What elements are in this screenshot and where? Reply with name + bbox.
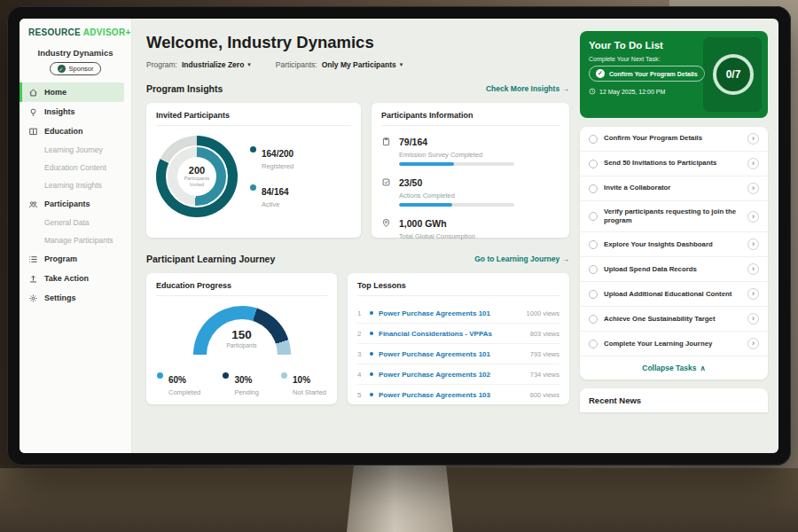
sponsor-badge[interactable]: ✓ Sponsor xyxy=(50,62,102,75)
task-checkbox[interactable] xyxy=(589,184,598,193)
lesson-row: 4 Power Purchase Agreements 102 734views xyxy=(357,364,559,385)
sidebar-item-label: Settings xyxy=(44,293,76,302)
task-row-verify-participants[interactable]: Verify participants requesting to join t… xyxy=(580,201,768,232)
task-checkbox[interactable] xyxy=(589,212,598,221)
sidebar-item-label: Insights xyxy=(44,107,75,116)
legend-dot xyxy=(250,146,256,153)
todo-progress-ring: 0/7 xyxy=(713,54,754,95)
task-label: Complete Your Learning Journey xyxy=(604,340,741,348)
gauge-center-value: 150 xyxy=(193,328,291,341)
sidebar: RESOURCE ADVISOR+ Industry Dynamics ✓ Sp… xyxy=(20,19,132,453)
lesson-row: 5 Power Purchase Agreements 103 600views xyxy=(357,385,559,404)
program-dropdown-value: Industrialize Zero xyxy=(182,60,244,69)
lesson-rank: 4 xyxy=(357,371,364,379)
chevron-right-icon[interactable]: › xyxy=(747,263,759,275)
chevron-right-icon[interactable]: › xyxy=(747,211,759,223)
go-to-learning-journey-link[interactable]: Go to Learning Journey → xyxy=(474,254,569,263)
task-checkbox[interactable] xyxy=(589,340,598,348)
lesson-bullet-icon xyxy=(370,332,373,335)
task-row-upload-spend-data[interactable]: Upload Spend Data Records › xyxy=(580,257,768,282)
stat-label: Actions Completed xyxy=(399,192,514,200)
gauge-center-label: Participants xyxy=(193,342,291,348)
sidebar-item-home[interactable]: Home xyxy=(20,82,124,102)
chevron-up-icon: ∧ xyxy=(700,364,706,372)
chevron-right-icon[interactable]: › xyxy=(747,288,759,300)
legend-item-completed: 60% Completed xyxy=(157,371,200,396)
stat-emission-survey: 79/164 Emission Survey Completed xyxy=(381,133,559,166)
monitor-bezel: RESOURCE ADVISOR+ Industry Dynamics ✓ Sp… xyxy=(7,6,791,466)
lesson-link[interactable]: Power Purchase Agreements 101 xyxy=(379,350,523,358)
sidebar-item-settings[interactable]: Settings xyxy=(20,288,131,308)
lesson-link[interactable]: Power Purchase Agreements 101 xyxy=(379,309,520,317)
collapse-tasks-button[interactable]: Collapse Tasks ∧ xyxy=(580,356,768,379)
chevron-right-icon[interactable]: › xyxy=(747,313,759,325)
sidebar-item-general-data[interactable]: General Data xyxy=(20,214,131,231)
sidebar-item-label: Take Action xyxy=(44,274,89,283)
lesson-views-label: views xyxy=(543,371,559,379)
gauge-center: 150 Participants xyxy=(193,328,291,348)
sponsor-badge-label: Sponsor xyxy=(69,65,94,73)
donut-center-value: 200 xyxy=(189,165,205,176)
task-row-complete-learning-journey[interactable]: Complete Your Learning Journey › xyxy=(580,332,768,356)
book-icon xyxy=(28,127,38,137)
task-checkbox[interactable] xyxy=(589,290,598,299)
sidebar-item-education[interactable]: Education xyxy=(20,121,131,141)
stat-label: Total Global Consumption xyxy=(399,232,475,240)
legend-label: Completed xyxy=(168,388,200,396)
sidebar-item-manage-participants[interactable]: Manage Participants xyxy=(20,231,131,249)
next-task-pill[interactable]: ✓ Confirm Your Program Details xyxy=(589,66,705,82)
sidebar-item-participants[interactable]: Participants xyxy=(20,194,131,214)
legend-item-active: 84/164 Active xyxy=(250,183,293,208)
sidebar-item-learning-journey[interactable]: Learning Journey xyxy=(20,141,131,159)
todo-task-list: Confirm Your Program Details › Send 50 I… xyxy=(580,127,768,379)
chevron-right-icon[interactable]: › xyxy=(747,338,759,349)
sidebar-item-program[interactable]: Program xyxy=(20,249,131,269)
participants-dropdown[interactable]: Participants: Only My Participants ▾ xyxy=(276,60,403,69)
legend-dot xyxy=(250,184,256,191)
task-row-invite-collaborator[interactable]: Invite a Collaborator › xyxy=(580,176,768,201)
sidebar-item-take-action[interactable]: Take Action xyxy=(20,269,131,288)
check-more-insights-link[interactable]: Check More Insights → xyxy=(486,84,569,93)
link-label: Go to Learning Journey xyxy=(474,254,559,263)
task-row-sustainability-target[interactable]: Achieve One Sustainability Target › xyxy=(580,307,768,332)
participants-dropdown-value: Only My Participants xyxy=(322,60,396,69)
lesson-link[interactable]: Power Purchase Agreements 102 xyxy=(379,371,523,379)
program-insights-header: Program Insights Check More Insights → xyxy=(146,83,569,94)
task-row-upload-educational-content[interactable]: Upload Additional Educational Content › xyxy=(580,282,768,307)
screen: RESOURCE ADVISOR+ Industry Dynamics ✓ Sp… xyxy=(20,19,778,453)
todo-summary-card: Your To Do List Complete Your Next Task:… xyxy=(580,31,768,118)
task-row-explore-insights[interactable]: Explore Your Insights Dashboard › xyxy=(580,232,768,257)
legend-label: Active xyxy=(262,200,289,208)
chevron-right-icon[interactable]: › xyxy=(747,133,759,145)
task-checkbox[interactable] xyxy=(589,135,598,144)
task-row-confirm-program[interactable]: Confirm Your Program Details › xyxy=(580,127,768,152)
task-checkbox[interactable] xyxy=(589,160,598,168)
chevron-right-icon[interactable]: › xyxy=(747,239,759,250)
invited-participants-card: Invited Participants 200 Participants In… xyxy=(146,103,361,238)
todo-progress-value: 0/7 xyxy=(726,68,741,81)
lesson-row: 1 Power Purchase Agreements 101 1000view… xyxy=(357,303,559,324)
chevron-right-icon[interactable]: › xyxy=(747,183,759,194)
task-checkbox[interactable] xyxy=(589,265,598,274)
lesson-link[interactable]: Power Purchase Agreements 103 xyxy=(379,391,523,399)
lesson-link[interactable]: Financial Considerations - VPPAs xyxy=(379,330,523,338)
chevron-right-icon[interactable]: › xyxy=(747,158,759,169)
people-icon xyxy=(28,200,38,209)
task-checkbox[interactable] xyxy=(589,315,598,324)
lesson-row: 2 Financial Considerations - VPPAs 803vi… xyxy=(357,324,559,344)
program-dropdown-label: Program: xyxy=(146,60,177,69)
clipboard-icon xyxy=(381,133,392,166)
chevron-down-icon: ▾ xyxy=(400,61,403,68)
task-row-send-invitations[interactable]: Send 50 Invitations to Participants › xyxy=(580,152,768,176)
collapse-label: Collapse Tasks xyxy=(642,364,696,372)
legend-dot xyxy=(223,372,229,379)
gear-icon xyxy=(28,293,38,303)
program-dropdown[interactable]: Program: Industrialize Zero ▾ xyxy=(146,60,251,69)
lesson-views: 803 xyxy=(530,330,542,338)
sidebar-item-learning-insights[interactable]: Learning Insights xyxy=(20,176,131,194)
stat-global-consumption: 1,000 GWh Total Global Consumption xyxy=(381,215,559,244)
sidebar-item-insights[interactable]: Insights xyxy=(20,102,131,121)
sidebar-item-education-content[interactable]: Education Content xyxy=(20,159,131,176)
task-checkbox[interactable] xyxy=(589,240,598,249)
top-lessons-card: Top Lessons 1 Power Purchase Agreements … xyxy=(348,273,569,404)
